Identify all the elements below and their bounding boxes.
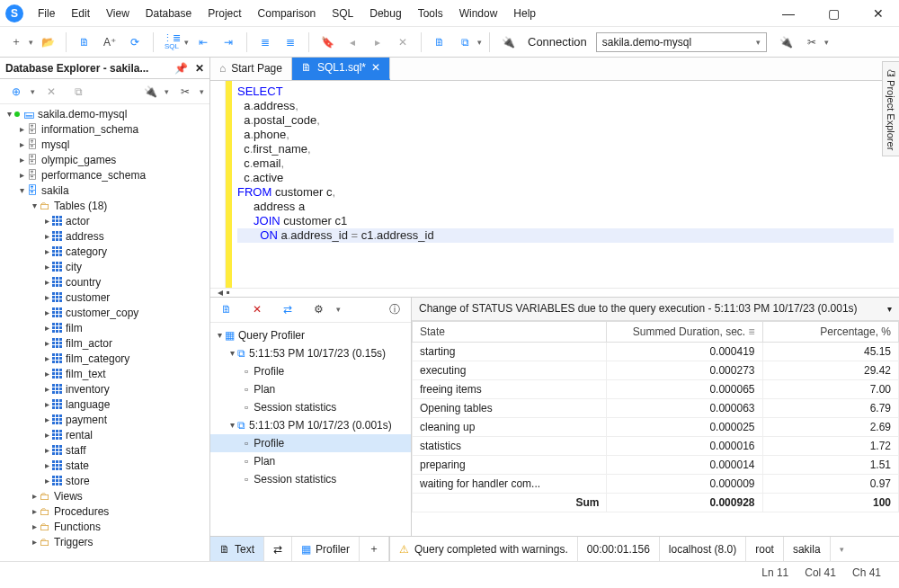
- profiler-doc-icon[interactable]: 🗎: [216, 298, 237, 320]
- tree-table-payment[interactable]: ▸payment: [0, 412, 209, 427]
- font-icon[interactable]: A⁺: [99, 31, 120, 53]
- filter-cut-icon[interactable]: ✂: [174, 81, 196, 102]
- indent-icon[interactable]: ⇥: [218, 31, 239, 53]
- tree-schema-information_schema[interactable]: ▸🗄information_schema: [0, 121, 209, 137]
- tree-schema-olympic_games[interactable]: ▸🗄olympic_games: [0, 152, 209, 167]
- project-explorer-tab[interactable]: 🗂 Project Explorer: [882, 61, 899, 156]
- sql-editor[interactable]: SELECT a.address, a.postal_code, a.phone…: [210, 81, 899, 288]
- maximize-button[interactable]: ▢: [822, 2, 845, 25]
- tree-connection[interactable]: ▾🖴sakila.demo-mysql: [0, 106, 209, 121]
- grid-row[interactable]: Opening tables0.0000636.79: [413, 398, 899, 417]
- bottom-tab-add[interactable]: ＋: [360, 537, 389, 561]
- plug-icon[interactable]: 🔌: [497, 31, 519, 53]
- tree-table-film[interactable]: ▸film: [0, 320, 209, 335]
- pin-icon[interactable]: 📌: [174, 62, 188, 75]
- tab-sql1[interactable]: 🗎 SQL1.sql* ✕: [292, 58, 390, 80]
- tree-table-state[interactable]: ▸state: [0, 458, 209, 473]
- profiler-item-session-statistics[interactable]: ▫Session statistics: [210, 470, 411, 488]
- menu-view[interactable]: View: [99, 4, 137, 23]
- tree-table-store[interactable]: ▸store: [0, 473, 209, 488]
- results-grid[interactable]: StateSummed Duration, sec. ≡Percentage, …: [412, 321, 899, 536]
- layout-icon[interactable]: ⧉: [454, 31, 476, 53]
- menu-help[interactable]: Help: [506, 4, 543, 23]
- bottom-tab-text[interactable]: 🗎 Text: [210, 537, 264, 561]
- tree-table-actor[interactable]: ▸actor: [0, 213, 209, 228]
- bottom-tab-profiler[interactable]: ▦ Profiler: [292, 537, 360, 561]
- tree-folder-views[interactable]: ▸🗀Views: [0, 488, 209, 503]
- tree-table-film_category[interactable]: ▸film_category: [0, 351, 209, 366]
- tree-tables-folder[interactable]: ▾🗀Tables (18): [0, 198, 209, 213]
- bookmark-icon[interactable]: 🔖: [316, 31, 338, 53]
- tree-table-film_text[interactable]: ▸film_text: [0, 366, 209, 381]
- tab-start-page[interactable]: ⌂ Start Page: [210, 58, 292, 80]
- sql-button[interactable]: ⋮≣SQL: [161, 31, 182, 53]
- minimize-button[interactable]: —: [777, 2, 800, 25]
- menu-debug[interactable]: Debug: [362, 4, 408, 23]
- tree-table-customer[interactable]: ▸customer: [0, 290, 209, 305]
- profiler-delete-icon[interactable]: ✕: [246, 298, 268, 320]
- profiler-info-icon[interactable]: ⓘ: [384, 298, 405, 320]
- menu-sql[interactable]: SQL: [325, 4, 360, 23]
- profiler-compare-icon[interactable]: ⇄: [277, 298, 298, 320]
- grid-row[interactable]: preparing0.0000141.51: [413, 455, 899, 474]
- tree-table-address[interactable]: ▸address: [0, 228, 209, 244]
- sql-history-icon[interactable]: 🗎: [74, 31, 95, 53]
- profiler-item-plan[interactable]: ▫Plan: [210, 380, 411, 398]
- profiler-run-0[interactable]: ▾ ⧉5:11:53 PM 10/17/23 (0.15s): [210, 344, 411, 362]
- profiler-settings-icon[interactable]: ⚙: [307, 298, 329, 320]
- col-percentage[interactable]: Percentage, %: [762, 321, 899, 342]
- menu-window[interactable]: Window: [452, 4, 505, 23]
- close-button[interactable]: ✕: [867, 2, 890, 25]
- tree-table-city[interactable]: ▸city: [0, 259, 209, 274]
- grid-row[interactable]: cleaning up0.0000252.69: [413, 417, 899, 436]
- next-bookmark-icon[interactable]: ▸: [367, 31, 388, 53]
- menu-tools[interactable]: Tools: [411, 4, 450, 23]
- refresh-icon[interactable]: ⟳: [124, 31, 146, 53]
- grid-row[interactable]: executing0.00027329.42: [413, 361, 899, 379]
- tree-table-rental[interactable]: ▸rental: [0, 427, 209, 442]
- tree-table-staff[interactable]: ▸staff: [0, 442, 209, 458]
- close-panel-icon[interactable]: ✕: [195, 62, 204, 75]
- bottom-tab-swap[interactable]: ⇄: [264, 537, 292, 561]
- open-button[interactable]: 📂: [37, 31, 58, 53]
- clear-bookmarks-icon[interactable]: ✕: [392, 31, 414, 53]
- tree-folder-triggers[interactable]: ▸🗀Triggers: [0, 534, 209, 549]
- filter-plug-icon[interactable]: 🔌: [139, 81, 161, 102]
- document-icon[interactable]: 🗎: [429, 31, 450, 53]
- tree-table-language[interactable]: ▸language: [0, 396, 209, 412]
- profiler-item-profile[interactable]: ▫Profile: [210, 434, 411, 452]
- uncomment-icon[interactable]: ≣: [280, 31, 301, 53]
- tree-table-category[interactable]: ▸category: [0, 244, 209, 259]
- menu-comparison[interactable]: Comparison: [251, 4, 324, 23]
- col-duration[interactable]: Summed Duration, sec. ≡: [607, 321, 762, 342]
- menu-file[interactable]: File: [31, 4, 62, 23]
- delete-icon[interactable]: ✕: [40, 81, 62, 102]
- tree-folder-procedures[interactable]: ▸🗀Procedures: [0, 503, 209, 519]
- menu-database[interactable]: Database: [138, 4, 199, 23]
- results-dropdown-icon[interactable]: ▾: [887, 304, 892, 314]
- menu-project[interactable]: Project: [200, 4, 248, 23]
- close-tab-icon[interactable]: ✕: [371, 61, 380, 74]
- tree-schema-mysql[interactable]: ▸🗄mysql: [0, 137, 209, 152]
- profiler-root[interactable]: ▾ ▦Query Profiler: [210, 326, 411, 344]
- comment-icon[interactable]: ≣: [254, 31, 276, 53]
- tree-schema-performance_schema[interactable]: ▸🗄performance_schema: [0, 167, 209, 183]
- new-button[interactable]: ＋: [5, 31, 27, 53]
- status-db-dd[interactable]: ▾: [830, 537, 853, 561]
- profiler-item-plan[interactable]: ▫Plan: [210, 452, 411, 470]
- tree-table-customer_copy[interactable]: ▸customer_copy: [0, 305, 209, 320]
- grid-row[interactable]: starting0.00041945.15: [413, 342, 899, 361]
- col-state[interactable]: State: [413, 321, 607, 342]
- horizontal-splitter[interactable]: ◂ ▪: [210, 288, 899, 297]
- copy-icon[interactable]: ⧉: [67, 81, 89, 102]
- tree-folder-functions[interactable]: ▸🗀Functions: [0, 519, 209, 534]
- grid-row[interactable]: waiting for handler com...0.0000090.97: [413, 474, 899, 493]
- disconnect-icon[interactable]: ✂: [801, 31, 823, 53]
- profiler-run-1[interactable]: ▾ ⧉5:11:03 PM 10/17/23 (0.001s): [210, 416, 411, 434]
- grid-row[interactable]: statistics0.0000161.72: [413, 436, 899, 455]
- new-connection-icon[interactable]: ⊕: [5, 81, 27, 102]
- tree-table-country[interactable]: ▸country: [0, 274, 209, 290]
- tree-schema-sakila[interactable]: ▾🗄sakila: [0, 183, 209, 198]
- profiler-item-profile[interactable]: ▫Profile: [210, 362, 411, 380]
- tree-table-film_actor[interactable]: ▸film_actor: [0, 335, 209, 351]
